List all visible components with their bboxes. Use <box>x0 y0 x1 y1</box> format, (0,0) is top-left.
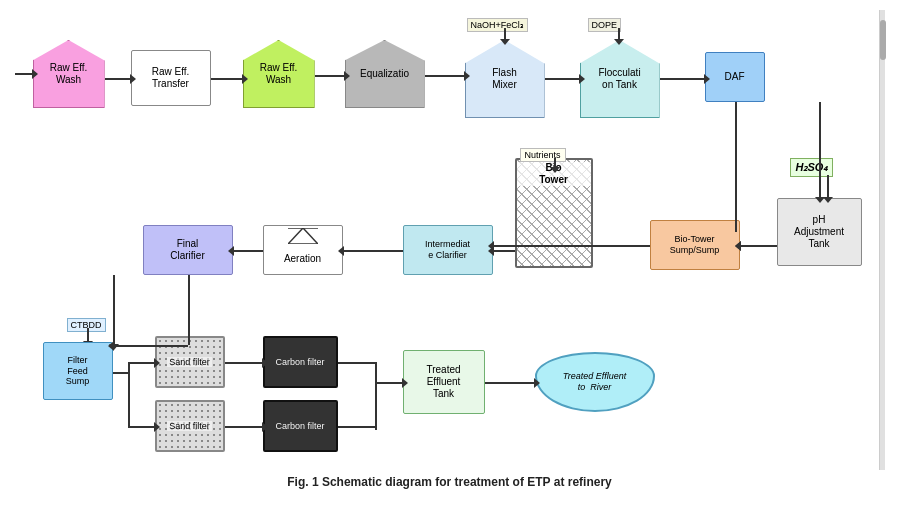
treated-effluent-river: Treated Effluent to River <box>535 352 655 412</box>
bio-tower-sump: Bio-Tower Sump/Sump <box>650 220 740 270</box>
naoh-label: NaOH+FeCl₃ <box>467 18 528 32</box>
arrow-cf2-right <box>338 426 375 428</box>
raw-eff-wash-1: Raw Eff. Wash <box>33 40 105 108</box>
arrow-ffs-down <box>113 275 115 345</box>
raw-eff-wash-2: Raw Eff. Wash <box>243 40 315 108</box>
carbon-filter-2-label: Carbon filter <box>275 421 324 432</box>
bio-tower: BioTower <box>515 158 593 268</box>
fig-text: Schematic diagram for treatment of ETP a… <box>319 475 612 489</box>
arrow-fc-ffs <box>113 345 188 347</box>
arrow-bt-ic <box>493 250 515 252</box>
arrow-split-top <box>128 362 155 364</box>
arrow-ph-sump <box>740 245 777 247</box>
fig-label: Fig. 1 <box>287 475 318 489</box>
figure-caption: Fig. 1 Schematic diagram for treatment o… <box>287 475 612 489</box>
arrow-split-v <box>128 362 130 426</box>
arrow-naoh-down <box>504 28 506 40</box>
arrow-tet-river <box>485 382 535 384</box>
diagram: Raw Eff. Wash Raw Eff. Transfer Raw Eff.… <box>15 10 885 470</box>
arrow-sf2-cf2 <box>225 426 263 428</box>
svg-line-0 <box>288 228 303 244</box>
treated-effluent-tank: Treated Effluent Tank <box>403 350 485 414</box>
final-clarifier: Final Clarifier <box>143 225 233 275</box>
arrow-cf1-right <box>338 362 375 364</box>
daf: DAF <box>705 52 765 102</box>
raw-eff-transfer: Raw Eff. Transfer <box>131 50 211 106</box>
arrow-sump-ic <box>493 245 650 247</box>
svg-line-1 <box>303 228 318 244</box>
arrow-4-5 <box>425 75 465 77</box>
flocculation-tank: Flocculati on Tank <box>580 40 660 118</box>
arrow-nutrients-down <box>554 158 556 168</box>
nutrients-label: Nutrients <box>520 148 566 162</box>
arrow-ffs-split <box>113 372 128 374</box>
arrow-h2so4-down <box>827 175 829 198</box>
arrow-2-3 <box>211 78 243 80</box>
sand-filter-2: Sand filter <box>155 400 225 452</box>
intermediate-clarifier: Intermediat e Clarifier <box>403 225 493 275</box>
arrow-aer-fc <box>233 250 263 252</box>
arrow-cf2-merge <box>375 362 377 426</box>
equalization: Equalizatio <box>345 40 425 108</box>
arrow-ic-aer <box>343 250 403 252</box>
flash-mixer: Flash Mixer <box>465 40 545 118</box>
arrow-sf1-cf1 <box>225 362 263 364</box>
sand-filter-1-label: Sand filter <box>167 357 212 368</box>
dope-label: DOPE <box>588 18 622 32</box>
arrow-1-2 <box>105 78 131 80</box>
aeration: Aeration <box>263 225 343 275</box>
arrow-dope-down <box>618 28 620 40</box>
filter-feed-sump: Filter Feed Sump <box>43 342 113 400</box>
sand-filter-2-label: Sand filter <box>167 421 212 432</box>
arrow-fc-down <box>188 275 190 345</box>
arrow-ctbdd-down <box>87 328 89 342</box>
carbon-filter-2: Carbon filter <box>263 400 338 452</box>
arrow-6-7 <box>660 78 705 80</box>
carbon-filter-1: Carbon filter <box>263 336 338 388</box>
arrow-daf-ph <box>819 102 821 198</box>
arrow-daf-down <box>735 102 737 232</box>
arrow-start <box>15 73 33 75</box>
arrow-split-bot <box>128 426 155 428</box>
sand-filter-1: Sand filter <box>155 336 225 388</box>
arrow-merge-tet <box>375 382 403 384</box>
carbon-filter-1-label: Carbon filter <box>275 357 324 368</box>
arrow-5-6 <box>545 78 580 80</box>
ph-adjustment-tank: pH Adjustment Tank <box>777 198 862 266</box>
arrow-3-4 <box>315 75 345 77</box>
